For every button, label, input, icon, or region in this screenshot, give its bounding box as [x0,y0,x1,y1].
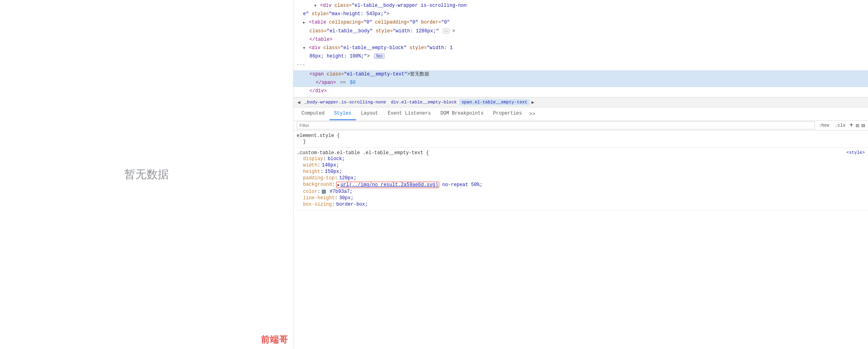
layout-icon[interactable]: ⊡ [856,122,859,129]
css-prop-color: color : #7b93a7; [297,188,865,195]
tree-line[interactable]: <table cellspacing="0" cellpadding="0" b… [293,18,868,27]
filter-input[interactable] [297,121,815,129]
tab-event-listeners[interactable]: Event Listeners [383,107,436,120]
css-prop-line-height: line-height : 30px; [297,195,865,201]
tab-overflow[interactable]: >> [527,109,538,119]
css-prop-width: width : 140px; [297,162,865,169]
css-rule-header: .custom-table.el-table .el-table__empty-… [297,150,865,156]
page-panel: 暂无数据 前端哥 [0,0,293,349]
tabs-bar: Computed Styles Layout Event Listeners D… [293,107,868,121]
filter-bar: :hov .cls + ⊡ ⊟ [293,121,868,131]
tree-line-div-close: </div> [293,87,868,95]
url-link[interactable]: url(../img/no_result.2a59ae6d.svg) [341,182,438,188]
css-selector-custom-table: .custom-table.el-table .el-table__empty-… [297,150,429,156]
tab-computed[interactable]: Computed [297,107,329,120]
tree-line: e" style="max-height: 543px;"> [293,10,868,18]
watermark: 前端哥 [261,334,288,346]
styles-panel[interactable]: element.style { } .custom-table.el-table… [293,131,868,349]
css-selector-element-style: element.style { [297,133,865,139]
breadcrumb-item-empty-text[interactable]: span.el-table__empty-text [459,99,530,105]
url-link-box[interactable]: ▶ url(../img/no_result.2a59ae6d.svg) [336,182,439,188]
tree-line-span[interactable]: <span class="el-table__empty-text">暂无数据 [293,70,868,79]
css-prop-padding-top: padding-top : 120px; [297,175,865,181]
tab-properties[interactable]: Properties [488,107,527,120]
css-prop-height: height : 150px; [297,169,865,175]
ellipsis-line: ··· [293,61,868,70]
tree-line: 86px; height: 100%;"> flex [293,52,868,61]
ellipsis-text: ··· [297,62,305,68]
tree-line[interactable]: <div class="el-table__body-wrapper is-sc… [293,2,868,10]
tab-dom-breakpoints[interactable]: DOM Breakpoints [436,107,488,120]
empty-text: 暂无数据 [124,167,169,182]
hov-button[interactable]: :hov [817,122,831,129]
css-rule-element-style: element.style { } [293,131,868,148]
devtools-panel: <div class="el-table__body-wrapper is-sc… [293,0,868,349]
html-tree: <div class="el-table__body-wrapper is-sc… [293,0,868,97]
css-prop-box-sizing: box-sizing : border-box; [297,201,865,208]
color-swatch[interactable] [322,190,326,194]
tab-layout[interactable]: Layout [356,107,383,120]
tree-line[interactable]: <div class="el-table__empty-block" style… [293,44,868,52]
breadcrumb-bar: ◀ _body-wrapper.is-scrolling-none div.el… [293,97,868,107]
url-triangle-icon: ▶ [337,183,339,187]
tree-line: class="el-table__body" style="width: 128… [293,27,868,36]
css-rule-custom-table: .custom-table.el-table .el-table__empty-… [293,148,868,210]
add-style-icon[interactable]: + [850,122,854,129]
breadcrumb-back[interactable]: ◀ [296,99,302,105]
breadcrumb-forward[interactable]: ▶ [530,99,536,105]
css-origin[interactable]: <style> [846,150,865,156]
panel-icon[interactable]: ⊟ [862,122,865,129]
tree-line-close: </span> == $0 [293,79,868,87]
css-prop-display: display : block; [297,156,865,162]
tree-line: </table> [293,36,868,44]
breadcrumb-item-body-wrapper[interactable]: _body-wrapper.is-scrolling-none [302,99,388,105]
cls-button[interactable]: .cls [833,122,847,129]
breadcrumb-item-empty-block[interactable]: div.el-table__empty-block [388,99,459,105]
css-prop-background: background : ▶ url(../img/no_result.2a59… [297,181,865,188]
css-close-brace: } [297,139,865,145]
tab-styles[interactable]: Styles [329,107,356,120]
